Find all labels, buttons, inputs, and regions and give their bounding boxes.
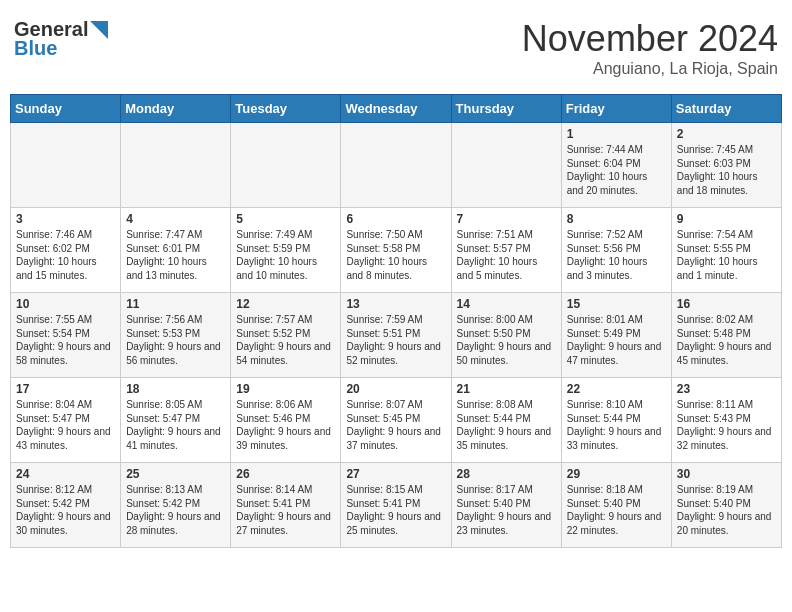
calendar-day-20: 20Sunrise: 8:07 AM Sunset: 5:45 PM Dayli… (341, 378, 451, 463)
day-number: 29 (567, 467, 666, 481)
day-number: 8 (567, 212, 666, 226)
day-number: 16 (677, 297, 776, 311)
calendar-week-2: 3Sunrise: 7:46 AM Sunset: 6:02 PM Daylig… (11, 208, 782, 293)
day-content: Sunrise: 7:47 AM Sunset: 6:01 PM Dayligh… (126, 228, 225, 282)
calendar-day-18: 18Sunrise: 8:05 AM Sunset: 5:47 PM Dayli… (121, 378, 231, 463)
day-content: Sunrise: 8:00 AM Sunset: 5:50 PM Dayligh… (457, 313, 556, 367)
day-content: Sunrise: 8:02 AM Sunset: 5:48 PM Dayligh… (677, 313, 776, 367)
calendar-day-19: 19Sunrise: 8:06 AM Sunset: 5:46 PM Dayli… (231, 378, 341, 463)
page-header: General Blue November 2024 Anguiano, La … (10, 10, 782, 86)
weekday-header-monday: Monday (121, 95, 231, 123)
day-content: Sunrise: 8:18 AM Sunset: 5:40 PM Dayligh… (567, 483, 666, 537)
calendar-day-12: 12Sunrise: 7:57 AM Sunset: 5:52 PM Dayli… (231, 293, 341, 378)
calendar-day-5: 5Sunrise: 7:49 AM Sunset: 5:59 PM Daylig… (231, 208, 341, 293)
calendar-day-11: 11Sunrise: 7:56 AM Sunset: 5:53 PM Dayli… (121, 293, 231, 378)
logo-icon (90, 21, 108, 39)
calendar-week-1: 1Sunrise: 7:44 AM Sunset: 6:04 PM Daylig… (11, 123, 782, 208)
weekday-header-friday: Friday (561, 95, 671, 123)
day-content: Sunrise: 7:57 AM Sunset: 5:52 PM Dayligh… (236, 313, 335, 367)
calendar-day-13: 13Sunrise: 7:59 AM Sunset: 5:51 PM Dayli… (341, 293, 451, 378)
day-number: 24 (16, 467, 115, 481)
calendar-day-16: 16Sunrise: 8:02 AM Sunset: 5:48 PM Dayli… (671, 293, 781, 378)
day-number: 7 (457, 212, 556, 226)
day-content: Sunrise: 8:10 AM Sunset: 5:44 PM Dayligh… (567, 398, 666, 452)
day-number: 28 (457, 467, 556, 481)
logo: General Blue (14, 18, 108, 60)
day-content: Sunrise: 8:14 AM Sunset: 5:41 PM Dayligh… (236, 483, 335, 537)
calendar-week-5: 24Sunrise: 8:12 AM Sunset: 5:42 PM Dayli… (11, 463, 782, 548)
day-content: Sunrise: 7:56 AM Sunset: 5:53 PM Dayligh… (126, 313, 225, 367)
day-content: Sunrise: 8:17 AM Sunset: 5:40 PM Dayligh… (457, 483, 556, 537)
day-content: Sunrise: 7:51 AM Sunset: 5:57 PM Dayligh… (457, 228, 556, 282)
day-content: Sunrise: 8:12 AM Sunset: 5:42 PM Dayligh… (16, 483, 115, 537)
logo-blue: Blue (14, 37, 57, 60)
calendar-day-3: 3Sunrise: 7:46 AM Sunset: 6:02 PM Daylig… (11, 208, 121, 293)
calendar-day-8: 8Sunrise: 7:52 AM Sunset: 5:56 PM Daylig… (561, 208, 671, 293)
day-number: 30 (677, 467, 776, 481)
calendar-day-22: 22Sunrise: 8:10 AM Sunset: 5:44 PM Dayli… (561, 378, 671, 463)
day-content: Sunrise: 8:01 AM Sunset: 5:49 PM Dayligh… (567, 313, 666, 367)
svg-marker-0 (90, 21, 108, 39)
day-content: Sunrise: 7:59 AM Sunset: 5:51 PM Dayligh… (346, 313, 445, 367)
calendar-day-28: 28Sunrise: 8:17 AM Sunset: 5:40 PM Dayli… (451, 463, 561, 548)
calendar-empty-cell (341, 123, 451, 208)
calendar-day-9: 9Sunrise: 7:54 AM Sunset: 5:55 PM Daylig… (671, 208, 781, 293)
day-number: 21 (457, 382, 556, 396)
day-number: 15 (567, 297, 666, 311)
day-number: 20 (346, 382, 445, 396)
day-content: Sunrise: 7:50 AM Sunset: 5:58 PM Dayligh… (346, 228, 445, 282)
day-number: 23 (677, 382, 776, 396)
weekday-header-sunday: Sunday (11, 95, 121, 123)
day-number: 6 (346, 212, 445, 226)
day-number: 3 (16, 212, 115, 226)
day-number: 4 (126, 212, 225, 226)
day-number: 10 (16, 297, 115, 311)
calendar-empty-cell (451, 123, 561, 208)
weekday-header-tuesday: Tuesday (231, 95, 341, 123)
calendar-empty-cell (231, 123, 341, 208)
calendar-day-27: 27Sunrise: 8:15 AM Sunset: 5:41 PM Dayli… (341, 463, 451, 548)
day-content: Sunrise: 8:13 AM Sunset: 5:42 PM Dayligh… (126, 483, 225, 537)
calendar-day-23: 23Sunrise: 8:11 AM Sunset: 5:43 PM Dayli… (671, 378, 781, 463)
calendar-empty-cell (11, 123, 121, 208)
day-content: Sunrise: 7:49 AM Sunset: 5:59 PM Dayligh… (236, 228, 335, 282)
day-content: Sunrise: 7:44 AM Sunset: 6:04 PM Dayligh… (567, 143, 666, 197)
day-number: 26 (236, 467, 335, 481)
weekday-header-row: SundayMondayTuesdayWednesdayThursdayFrid… (11, 95, 782, 123)
calendar-week-3: 10Sunrise: 7:55 AM Sunset: 5:54 PM Dayli… (11, 293, 782, 378)
day-content: Sunrise: 8:04 AM Sunset: 5:47 PM Dayligh… (16, 398, 115, 452)
day-content: Sunrise: 8:11 AM Sunset: 5:43 PM Dayligh… (677, 398, 776, 452)
day-number: 5 (236, 212, 335, 226)
calendar-day-30: 30Sunrise: 8:19 AM Sunset: 5:40 PM Dayli… (671, 463, 781, 548)
day-number: 17 (16, 382, 115, 396)
day-content: Sunrise: 8:08 AM Sunset: 5:44 PM Dayligh… (457, 398, 556, 452)
calendar-day-4: 4Sunrise: 7:47 AM Sunset: 6:01 PM Daylig… (121, 208, 231, 293)
day-content: Sunrise: 8:15 AM Sunset: 5:41 PM Dayligh… (346, 483, 445, 537)
calendar-table: SundayMondayTuesdayWednesdayThursdayFrid… (10, 94, 782, 548)
calendar-day-17: 17Sunrise: 8:04 AM Sunset: 5:47 PM Dayli… (11, 378, 121, 463)
day-number: 11 (126, 297, 225, 311)
day-content: Sunrise: 7:54 AM Sunset: 5:55 PM Dayligh… (677, 228, 776, 282)
day-number: 14 (457, 297, 556, 311)
day-number: 13 (346, 297, 445, 311)
calendar-empty-cell (121, 123, 231, 208)
day-number: 12 (236, 297, 335, 311)
calendar-day-14: 14Sunrise: 8:00 AM Sunset: 5:50 PM Dayli… (451, 293, 561, 378)
day-number: 1 (567, 127, 666, 141)
calendar-day-1: 1Sunrise: 7:44 AM Sunset: 6:04 PM Daylig… (561, 123, 671, 208)
day-number: 25 (126, 467, 225, 481)
day-number: 9 (677, 212, 776, 226)
calendar-day-6: 6Sunrise: 7:50 AM Sunset: 5:58 PM Daylig… (341, 208, 451, 293)
month-title: November 2024 (522, 18, 778, 60)
calendar-day-21: 21Sunrise: 8:08 AM Sunset: 5:44 PM Dayli… (451, 378, 561, 463)
day-number: 27 (346, 467, 445, 481)
calendar-day-7: 7Sunrise: 7:51 AM Sunset: 5:57 PM Daylig… (451, 208, 561, 293)
calendar-day-29: 29Sunrise: 8:18 AM Sunset: 5:40 PM Dayli… (561, 463, 671, 548)
weekday-header-wednesday: Wednesday (341, 95, 451, 123)
calendar-day-26: 26Sunrise: 8:14 AM Sunset: 5:41 PM Dayli… (231, 463, 341, 548)
day-content: Sunrise: 8:05 AM Sunset: 5:47 PM Dayligh… (126, 398, 225, 452)
title-block: November 2024 Anguiano, La Rioja, Spain (522, 18, 778, 78)
day-content: Sunrise: 8:07 AM Sunset: 5:45 PM Dayligh… (346, 398, 445, 452)
calendar-week-4: 17Sunrise: 8:04 AM Sunset: 5:47 PM Dayli… (11, 378, 782, 463)
calendar-day-10: 10Sunrise: 7:55 AM Sunset: 5:54 PM Dayli… (11, 293, 121, 378)
